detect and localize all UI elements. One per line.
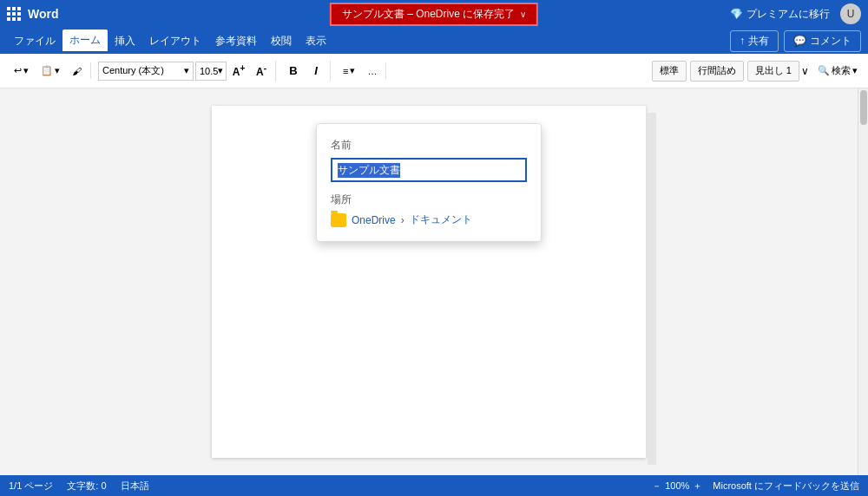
style-normal[interactable]: 標準: [652, 61, 687, 82]
language: 日本語: [121, 480, 149, 493]
menu-view[interactable]: 表示: [299, 30, 333, 52]
font-size-chevron: ▾: [218, 65, 223, 76]
folder-icon: [331, 213, 346, 227]
zoom-control: － 100% ＋: [652, 480, 702, 493]
location-separator: ›: [401, 214, 404, 226]
status-right: － 100% ＋ Microsoft にフィードバックを送信: [652, 480, 859, 493]
scroll-thumb[interactable]: [860, 90, 867, 125]
share-button[interactable]: ↑ 共有: [730, 30, 779, 52]
diamond-icon: 💎: [730, 8, 743, 20]
toolbar: ↩▾ 📋▾ 🖌 Century (本文) ▾ 10.5 ▾ A+ A- B I: [0, 54, 868, 88]
line-spacing-button[interactable]: ≡▾: [338, 62, 360, 79]
menu-insert[interactable]: 挿入: [108, 30, 142, 52]
style-heading1[interactable]: 見出し 1: [747, 61, 799, 82]
format-painter-button[interactable]: 🖌: [67, 63, 87, 79]
menu-review[interactable]: 校閲: [264, 30, 299, 52]
undo-redo-group: ↩▾ 📋▾ 🖌: [5, 62, 91, 79]
location-row: OneDrive › ドキュメント: [331, 212, 527, 227]
more-paragraph-button[interactable]: …: [362, 63, 382, 79]
status-bar: 1/1 ページ 文字数: 0 日本語 － 100% ＋ Microsoft にフ…: [0, 475, 868, 496]
font-shrink-button[interactable]: A-: [251, 61, 272, 82]
line-spacing-chevron: ▾: [350, 65, 355, 76]
filename-popup: 名前 場所 OneDrive › ドキュメント: [316, 123, 542, 242]
onedrive-link[interactable]: OneDrive: [352, 214, 396, 226]
menu-bar: ファイル ホーム 挿入 レイアウト 参考資料 校閲 表示 ↑ 共有 💬 コメント: [0, 28, 868, 54]
search-chevron: ▾: [852, 65, 858, 76]
clipboard-chevron: ▾: [55, 65, 60, 76]
menu-home[interactable]: ホーム: [62, 29, 108, 53]
premium-button[interactable]: 💎 プレミアムに移行: [730, 7, 830, 22]
page-shadow: [648, 113, 656, 465]
menu-layout[interactable]: レイアウト: [142, 30, 208, 52]
filename-input[interactable]: [331, 158, 527, 182]
grid-icon[interactable]: [7, 7, 21, 21]
comment-label: コメント: [810, 34, 852, 49]
search-label: 検索: [832, 64, 851, 77]
font-size-value: 10.5: [200, 66, 218, 76]
search-icon: 🔍: [818, 65, 830, 76]
style-tight[interactable]: 行間詰め: [690, 61, 744, 82]
zoom-minus-button[interactable]: －: [652, 480, 661, 493]
clipboard-icon: 📋: [41, 65, 53, 76]
word-count: 文字数: 0: [67, 480, 106, 493]
italic-button[interactable]: I: [306, 61, 326, 82]
font-name-value: Century (本文): [102, 64, 164, 77]
menu-right: ↑ 共有 💬 コメント: [730, 30, 861, 52]
title-right: 💎 プレミアムに移行 U: [730, 3, 861, 24]
location-label: 場所: [331, 193, 527, 207]
menu-references[interactable]: 参考資料: [208, 30, 264, 52]
font-name-select[interactable]: Century (本文) ▾: [98, 62, 194, 81]
font-group: Century (本文) ▾ 10.5 ▾ A+ A-: [95, 61, 276, 82]
style-heading1-chevron: ∨: [801, 65, 809, 77]
format-painter-icon: 🖌: [72, 66, 82, 76]
page-info: 1/1 ページ: [9, 480, 53, 493]
zoom-value: 100%: [665, 480, 689, 491]
feedback-link[interactable]: Microsoft にフィードバックを送信: [713, 480, 859, 493]
app-name: Word: [28, 7, 59, 21]
search-button[interactable]: 🔍 検索 ▾: [812, 62, 863, 80]
vertical-scrollbar[interactable]: [858, 88, 868, 475]
doc-title-chevron: ∨: [520, 10, 526, 19]
font-name-chevron: ▾: [184, 65, 189, 76]
user-avatar[interactable]: U: [840, 3, 861, 24]
line-spacing-icon: ≡: [343, 66, 348, 76]
bold-button[interactable]: B: [283, 61, 304, 82]
clipboard-button[interactable]: 📋▾: [36, 62, 65, 79]
zoom-plus-button[interactable]: ＋: [693, 480, 702, 493]
title-center: サンプル文書 – OneDrive に保存完了 ∨: [330, 3, 538, 26]
main-area: 名前 場所 OneDrive › ドキュメント: [0, 88, 868, 475]
name-label: 名前: [331, 138, 527, 153]
undo-chevron: ▾: [23, 65, 29, 76]
share-label: 共有: [748, 34, 769, 49]
font-shrink-icon: A-: [256, 63, 266, 78]
italic-icon: I: [314, 64, 318, 77]
doc-area[interactable]: 名前 場所 OneDrive › ドキュメント: [0, 88, 858, 475]
title-bar: Word サンプル文書 – OneDrive に保存完了 ∨ 💎 プレミアムに移…: [0, 0, 868, 28]
doc-title-button[interactable]: サンプル文書 – OneDrive に保存完了 ∨: [330, 3, 538, 26]
premium-label: プレミアムに移行: [746, 7, 830, 22]
style-heading1-btn[interactable]: 見出し 1 ∨: [747, 61, 809, 82]
font-grow-icon: A+: [233, 63, 246, 78]
font-size-select[interactable]: 10.5 ▾: [195, 62, 227, 81]
avatar-letter: U: [847, 8, 855, 20]
right-toolbar: 標準 行間詰め 見出し 1 ∨ 🔍 検索 ▾: [652, 61, 863, 82]
doc-title-text: サンプル文書 – OneDrive に保存完了: [342, 7, 515, 22]
undo-icon: ↩: [14, 65, 22, 76]
comment-button[interactable]: 💬 コメント: [784, 30, 861, 52]
comment-icon: 💬: [793, 35, 806, 47]
paragraph-group: ≡▾ …: [334, 62, 386, 79]
style-format-group: B I: [279, 61, 331, 82]
style-tight-btn[interactable]: 行間詰め: [690, 61, 744, 82]
menu-file[interactable]: ファイル: [7, 30, 62, 52]
bold-icon: B: [289, 64, 297, 77]
documents-link[interactable]: ドキュメント: [410, 212, 472, 227]
font-grow-button[interactable]: A+: [228, 61, 249, 82]
style-normal-btn[interactable]: 標準: [652, 61, 687, 82]
undo-button[interactable]: ↩▾: [9, 62, 34, 79]
more-paragraph-icon: …: [367, 66, 377, 76]
share-icon: ↑: [740, 35, 745, 47]
